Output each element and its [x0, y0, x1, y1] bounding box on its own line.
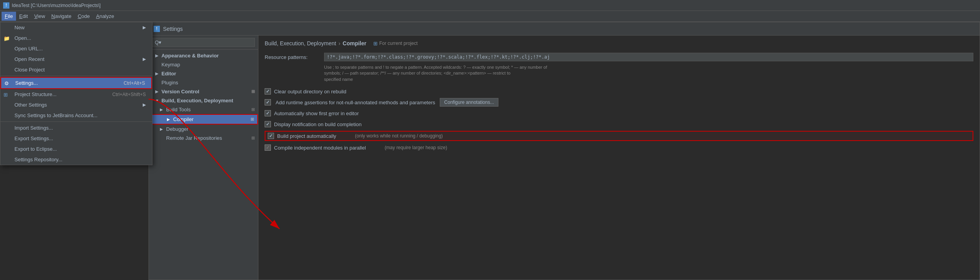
menu-code[interactable]: Code	[75, 12, 93, 21]
tree-item-build-tools[interactable]: ▶ Build Tools ⊞	[149, 105, 258, 114]
settings-panel: ! Settings ▶ Appearance & Behavior Keyma…	[149, 22, 980, 280]
compiler-expand-icon: ▶	[167, 117, 172, 121]
breadcrumb: Resource patterns: Build, Execution, Dep…	[265, 40, 973, 46]
compile-parallel-row: Compile independent modules in parallel …	[265, 143, 973, 152]
resource-patterns-row: Resource patterns:	[265, 53, 973, 61]
tree-item-build-exec[interactable]: ▼ Build, Execution, Deployment	[149, 96, 258, 105]
separator-2	[0, 121, 152, 122]
clear-output-label: Clear output directory on rebuild	[274, 89, 346, 95]
title-bar: ! IdeaTest [C:\Users\muzimoo\IdeaProject…	[0, 0, 980, 11]
display-notification-checkbox[interactable]	[265, 121, 271, 127]
menu-navigate[interactable]: Navigate	[48, 12, 74, 21]
settings-search-area	[149, 36, 258, 50]
tree-item-appearance[interactable]: ▶ Appearance & Behavior	[149, 51, 258, 60]
menu-item-other-settings-label: Other Settings	[14, 102, 47, 108]
tree-item-build-exec-label: Build, Execution, Deployment	[161, 98, 233, 103]
display-notification-row: Display notification on build completion	[265, 120, 973, 128]
build-tools-expand-icon: ▶	[160, 107, 165, 112]
auto-show-error-checkbox[interactable]	[265, 110, 271, 116]
tree-item-compiler[interactable]: ▶ Compiler ⊞	[149, 114, 258, 125]
tree-item-remote-jar[interactable]: Remote Jar Repositories ⊞	[149, 134, 258, 143]
auto-show-error-label: Automatically show first error in editor	[274, 111, 359, 116]
tree-item-debugger-label: Debugger	[166, 126, 188, 132]
other-settings-arrow-icon: ▶	[143, 102, 146, 107]
settings-search-input[interactable]	[152, 38, 255, 47]
editor-expand-icon: ▶	[155, 71, 160, 76]
tree-item-plugins[interactable]: Plugins	[149, 78, 258, 87]
menu-item-project-structure[interactable]: Project Structure... Ctrl+Alt+Shift+S	[0, 89, 152, 100]
menu-item-settings-repo-label: Settings Repository...	[14, 157, 63, 162]
settings-sidebar: ▶ Appearance & Behavior Keymap ▶ Editor …	[149, 36, 258, 280]
settings-tree: ▶ Appearance & Behavior Keymap ▶ Editor …	[149, 50, 258, 280]
tree-item-vc-label: Version Control	[161, 89, 199, 95]
new-arrow-icon: ▶	[143, 25, 146, 30]
menu-item-new-label: New	[14, 25, 25, 30]
vc-sync-icon: ⊞	[251, 89, 255, 94]
menu-item-open-recent-label: Open Recent	[14, 56, 45, 62]
menu-item-sync-settings[interactable]: Sync Settings to JetBrains Account...	[0, 110, 152, 121]
compile-parallel-checkbox[interactable]	[265, 144, 271, 151]
configure-annotations-button[interactable]: Configure annotations...	[440, 98, 498, 107]
breadcrumb-separator: ›	[339, 40, 340, 46]
compiler-sync-icon: ⊞	[251, 117, 254, 122]
file-dropdown-menu: New ▶ Open... Open URL... Open Recent ▶ …	[0, 22, 152, 165]
open-recent-arrow-icon: ▶	[143, 57, 146, 62]
tree-item-remote-jar-label: Remote Jar Repositories	[166, 135, 222, 141]
build-auto-note: (only works while not running / debuggin…	[355, 133, 443, 139]
menu-bar: File Edit View Navigate Code Analyze	[0, 11, 980, 22]
tree-item-debugger[interactable]: ▶ Debugger	[149, 125, 258, 134]
tree-item-appearance-label: Appearance & Behavior	[161, 53, 219, 59]
menu-item-import-settings-label: Import Settings...	[14, 125, 53, 131]
remote-jar-sync-icon: ⊞	[251, 136, 255, 141]
menu-view[interactable]: View	[31, 12, 48, 21]
settings-title: Settings	[163, 26, 183, 32]
auto-show-error-row: Automatically show first error in editor	[265, 109, 973, 118]
build-expand-icon: ▼	[155, 98, 160, 103]
menu-item-open-url-label: Open URL...	[14, 46, 43, 52]
menu-item-other-settings[interactable]: Other Settings ▶	[0, 100, 152, 110]
build-auto-row: Build project automatically (only works …	[265, 131, 973, 141]
resource-patterns-label: Resource patterns:	[265, 53, 319, 60]
appearance-expand-icon: ▶	[155, 54, 160, 58]
debugger-expand-icon: ▶	[160, 127, 165, 131]
clear-output-row: Clear output directory on rebuild	[265, 87, 973, 96]
build-auto-label: Build project automatically	[277, 133, 336, 139]
breadcrumb-for-project: For current project	[373, 41, 417, 46]
resource-patterns-hint: Use ; to separate patterns and ! to nega…	[324, 64, 973, 82]
menu-item-export-settings-label: Export Settings...	[14, 136, 53, 141]
resource-patterns-input[interactable]	[324, 53, 973, 61]
menu-item-open-url[interactable]: Open URL...	[0, 43, 152, 54]
menu-item-sync-settings-label: Sync Settings to JetBrains Account...	[14, 112, 97, 118]
add-runtime-checkbox[interactable]	[265, 99, 271, 105]
tree-item-compiler-label: Compiler	[173, 116, 193, 122]
menu-item-project-structure-label: Project Structure...	[14, 91, 57, 97]
tree-item-keymap[interactable]: Keymap	[149, 60, 258, 69]
add-runtime-row: Add runtime assertions for not-null-anno…	[265, 98, 973, 107]
menu-item-open-recent[interactable]: Open Recent ▶	[0, 54, 152, 64]
menu-item-import-settings[interactable]: Import Settings...	[0, 123, 152, 133]
tree-item-editor[interactable]: ▶ Editor	[149, 69, 258, 78]
settings-body: ▶ Appearance & Behavior Keymap ▶ Editor …	[149, 36, 980, 280]
menu-file[interactable]: File	[2, 12, 16, 21]
settings-content: Resource patterns: Build, Execution, Dep…	[258, 36, 980, 280]
settings-title-bar: ! Settings	[149, 22, 980, 36]
menu-item-settings-repo[interactable]: Settings Repository...	[0, 154, 152, 165]
menu-item-export-eclipse[interactable]: Export to Eclipse...	[0, 144, 152, 154]
tree-item-version-control[interactable]: ▶ Version Control ⊞	[149, 87, 258, 96]
vc-expand-icon: ▶	[155, 89, 160, 94]
menu-analyze[interactable]: Analyze	[93, 12, 117, 21]
separator-1	[0, 76, 152, 76]
menu-item-close-project[interactable]: Close Project	[0, 64, 152, 75]
menu-item-settings[interactable]: Settings... Ctrl+Alt+S	[0, 77, 152, 89]
breadcrumb-build-path: Build, Execution, Deployment	[265, 40, 336, 46]
tree-item-build-tools-label: Build Tools	[166, 107, 191, 112]
menu-item-open[interactable]: Open...	[0, 33, 152, 43]
clear-output-checkbox[interactable]	[265, 88, 271, 95]
menu-item-export-settings[interactable]: Export Settings...	[0, 133, 152, 144]
build-auto-checkbox[interactable]	[268, 133, 274, 139]
breadcrumb-current: Compiler	[343, 40, 367, 46]
settings-app-icon: !	[154, 26, 160, 32]
menu-edit[interactable]: Edit	[16, 12, 31, 21]
menu-item-new[interactable]: New ▶	[0, 22, 152, 33]
main-area: New ▶ Open... Open URL... Open Recent ▶ …	[0, 22, 980, 280]
